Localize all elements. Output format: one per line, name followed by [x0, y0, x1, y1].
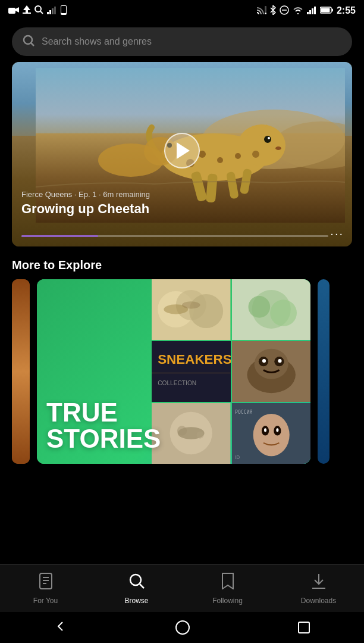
search-bar[interactable]: Search shows and genres: [12, 27, 352, 56]
hero-card[interactable]: Fierce Queens · Ep. 1 · 6m remaining Gro…: [12, 62, 352, 246]
svg-rect-7: [49, 10, 51, 14]
svg-rect-49: [12, 279, 30, 464]
svg-rect-0: [8, 8, 15, 14]
svg-point-59: [270, 299, 297, 326]
svg-rect-23: [321, 8, 330, 13]
upload-icon: [23, 5, 31, 17]
back-button[interactable]: [54, 620, 67, 635]
svg-point-70: [278, 359, 281, 363]
svg-point-74: [177, 426, 187, 435]
for-you-icon: [38, 573, 54, 593]
hero-title: Growing up Cheetah: [21, 201, 328, 217]
photo-crime: РОССИЯ ID: [232, 403, 310, 464]
svg-rect-19: [312, 8, 313, 14]
svg-rect-60: [152, 341, 230, 402]
system-navigation: [0, 612, 364, 643]
svg-point-35: [235, 153, 241, 159]
svg-marker-1: [15, 7, 19, 13]
nav-label-browse: Browse: [124, 597, 148, 605]
card-photo-grid: SNEAKERS COLLECTION: [152, 279, 310, 464]
play-button[interactable]: [164, 133, 200, 168]
nav-item-following[interactable]: Following: [182, 573, 273, 605]
bluetooth-icon: [270, 5, 276, 17]
photo-food3: [152, 403, 230, 464]
card-partial-right[interactable]: [318, 279, 330, 464]
svg-point-88: [130, 575, 141, 585]
svg-rect-8: [52, 8, 54, 14]
svg-point-45: [275, 146, 281, 150]
svg-point-24: [24, 36, 32, 44]
camera-icon: [8, 6, 19, 16]
card-partial-left[interactable]: [12, 279, 30, 464]
svg-marker-3: [23, 5, 30, 13]
hero-subtitle: Fierce Queens · Ep. 1 · 6m remaining: [21, 190, 328, 199]
phone-icon: [60, 5, 67, 17]
svg-text:ID: ID: [235, 455, 240, 460]
svg-rect-14: [265, 13, 266, 14]
svg-point-44: [268, 137, 270, 139]
svg-rect-9: [54, 7, 56, 14]
signal-icon: [47, 6, 57, 16]
nav-item-browse[interactable]: Browse: [91, 573, 182, 605]
status-time: 2:55: [337, 5, 356, 16]
more-options-button[interactable]: ···: [330, 227, 344, 241]
search-placeholder-text: Search shows and genres: [42, 36, 152, 47]
home-button[interactable]: [175, 620, 190, 635]
photo-hyena: [232, 341, 310, 402]
true-stories-card[interactable]: SNEAKERS COLLECTION: [37, 279, 310, 464]
svg-line-5: [40, 11, 43, 14]
nav-label-for-you: For You: [33, 597, 58, 605]
svg-rect-22: [332, 9, 333, 12]
dnd-icon: [280, 5, 289, 17]
bottom-navigation: For You Browse Following Downloa: [0, 564, 364, 612]
svg-point-58: [248, 296, 270, 318]
photo-food1: [152, 279, 230, 340]
svg-point-55: [182, 301, 200, 308]
svg-text:SNEAKERS: SNEAKERS: [158, 352, 230, 367]
svg-point-53: [189, 294, 223, 328]
partial-card-image: [12, 279, 30, 464]
svg-line-25: [32, 43, 34, 46]
nav-item-for-you[interactable]: For You: [0, 573, 91, 605]
svg-text:РОССИЯ: РОССИЯ: [235, 409, 252, 415]
nav-label-following: Following: [212, 597, 243, 605]
browse-icon: [128, 573, 145, 593]
hero-metadata: Fierce Queens · Ep. 1 · 6m remaining Gro…: [21, 190, 328, 217]
status-search-icon: [34, 5, 43, 16]
card-text-area: TRUE STORIES: [46, 399, 161, 452]
search-icon: [23, 35, 34, 49]
hero-progress-fill: [21, 235, 98, 237]
play-icon: [177, 142, 190, 159]
photo-food2: [232, 279, 310, 340]
svg-point-12: [63, 13, 64, 14]
svg-rect-13: [265, 6, 266, 12]
status-left-icons: [8, 5, 67, 17]
svg-point-81: [276, 428, 278, 432]
downloads-icon: [311, 573, 327, 593]
explore-scroll: SNEAKERS COLLECTION: [0, 279, 364, 464]
svg-point-77: [253, 414, 289, 456]
wifi-icon: [293, 6, 303, 16]
svg-point-69: [262, 359, 266, 363]
svg-line-89: [140, 584, 144, 588]
svg-point-36: [252, 151, 259, 158]
svg-point-31: [238, 124, 285, 166]
svg-rect-18: [309, 10, 311, 14]
cast-icon: [257, 6, 266, 16]
svg-point-4: [35, 6, 41, 12]
following-icon: [221, 573, 234, 593]
recents-button[interactable]: [298, 622, 310, 633]
svg-rect-17: [307, 12, 309, 14]
card-stories-text: STORIES: [46, 426, 161, 452]
status-right-icons: 2:55: [257, 5, 356, 17]
status-bar: 2:55: [0, 0, 364, 21]
svg-text:COLLECTION: COLLECTION: [158, 380, 196, 386]
svg-point-75: [197, 431, 204, 438]
hero-progress-bar: [21, 235, 328, 237]
svg-point-43: [264, 136, 271, 143]
cell-signal-icon: [307, 6, 316, 16]
photo-dark1: SNEAKERS COLLECTION: [152, 341, 230, 402]
svg-rect-20: [314, 7, 316, 14]
nav-item-downloads[interactable]: Downloads: [273, 573, 364, 605]
card-true-text: TRUE: [46, 399, 161, 426]
